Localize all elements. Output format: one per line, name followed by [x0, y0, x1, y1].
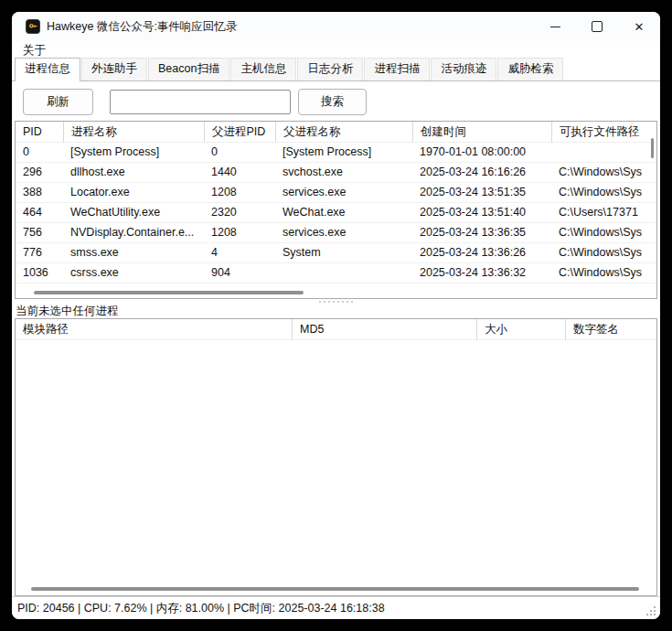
- cell-pname: WeChat.exe: [275, 203, 412, 222]
- cell-created: 2025-03-24 13:51:35: [412, 183, 551, 202]
- resize-grip[interactable]: [654, 614, 656, 615]
- tab-6[interactable]: 活动痕迹: [431, 58, 496, 80]
- tab-bar: 进程信息外连助手Beacon扫描主机信息日志分析进程扫描活动痕迹威胁检索: [12, 59, 660, 81]
- process-table: PID 进程名称 父进程PID 父进程名称 创建时间 可执行文件路径 0 [Sy…: [15, 121, 657, 299]
- menubar: 关于: [12, 41, 660, 59]
- tab-4[interactable]: 日志分析: [297, 58, 363, 80]
- window-title: Hawkeye 微信公众号:事件响应回忆录: [47, 12, 237, 41]
- tab-1[interactable]: 外连助手: [81, 58, 147, 80]
- close-icon: ✕: [635, 21, 645, 33]
- process-table-row[interactable]: 776 smss.exe 4 System 2025-03-24 13:36:2…: [16, 243, 656, 263]
- module-table-header: 模块路径 MD5 大小 数字签名: [16, 319, 656, 340]
- process-table-body: 0 [System Process] 0 [System Process] 19…: [16, 143, 656, 283]
- app-window: Hawkeye 微信公众号:事件响应回忆录 ✕ 关于 进程信息外连助手Beaco…: [12, 12, 660, 619]
- cell-ppid: 0: [204, 143, 275, 162]
- process-table-row[interactable]: 0 [System Process] 0 [System Process] 19…: [16, 143, 656, 163]
- module-table: 模块路径 MD5 大小 数字签名: [15, 318, 657, 596]
- cell-created: 1970-01-01 08:00:00: [412, 143, 551, 162]
- process-table-row[interactable]: 464 WeChatUtility.exe 2320 WeChat.exe 20…: [16, 203, 656, 223]
- column-header-pid[interactable]: PID: [16, 122, 63, 143]
- cell-ppid: 2320: [204, 203, 275, 222]
- cell-pid: 388: [16, 183, 63, 202]
- cell-pid: 756: [16, 223, 63, 242]
- cell-created: 2025-03-24 13:36:35: [412, 223, 551, 242]
- process-table-header: PID 进程名称 父进程PID 父进程名称 创建时间 可执行文件路径: [16, 122, 656, 143]
- column-header-pname[interactable]: 父进程名称: [275, 122, 412, 143]
- cell-pname: services.exe: [275, 223, 412, 242]
- column-header-signature[interactable]: 数字签名: [565, 319, 656, 340]
- cell-name: csrss.exe: [63, 263, 204, 283]
- cell-created: 2025-03-24 13:51:40: [412, 203, 551, 222]
- column-header-size[interactable]: 大小: [476, 319, 565, 340]
- status-text: PID: 20456 | CPU: 7.62% | 内存: 81.00% | P…: [17, 597, 385, 619]
- column-header-created[interactable]: 创建时间: [412, 122, 551, 143]
- cell-name: dllhost.exe: [63, 163, 204, 182]
- column-header-path[interactable]: 可执行文件路径: [551, 122, 656, 143]
- process-table-row[interactable]: 296 dllhost.exe 1440 svchost.exe 2025-03…: [16, 163, 656, 183]
- column-header-ppid[interactable]: 父进程PID: [204, 122, 275, 143]
- cell-pname: [275, 263, 412, 283]
- search-input[interactable]: [110, 90, 291, 114]
- hawkeye-app-icon: [26, 19, 40, 34]
- tab-7[interactable]: 威胁检索: [497, 58, 563, 80]
- cell-ppid: 1208: [204, 183, 275, 202]
- cell-pid: 296: [16, 163, 63, 182]
- window-controls: ✕: [534, 12, 660, 41]
- process-table-vertical-scrollbar[interactable]: [651, 138, 654, 158]
- cell-name: NVDisplay.Container.e...: [63, 223, 204, 242]
- tab-3[interactable]: 主机信息: [230, 58, 296, 80]
- minimize-icon: [550, 27, 560, 27]
- cell-pid: 776: [16, 243, 63, 262]
- cell-path: C:\Windows\Sys: [551, 243, 656, 262]
- tab-2[interactable]: Beacon扫描: [148, 58, 229, 80]
- cell-pname: svchost.exe: [275, 163, 412, 182]
- cell-name: WeChatUtility.exe: [63, 203, 204, 222]
- cell-created: 2025-03-24 13:36:26: [412, 243, 551, 262]
- minimize-button[interactable]: [534, 12, 576, 41]
- close-button[interactable]: ✕: [618, 12, 660, 41]
- column-header-name[interactable]: 进程名称: [63, 122, 204, 143]
- cell-path: C:\Windows\Sys: [551, 183, 656, 202]
- cell-path: C:\Users\17371: [551, 203, 656, 222]
- status-bar: PID: 20456 | CPU: 7.62% | 内存: 81.00% | P…: [12, 596, 660, 619]
- cell-name: [System Process]: [63, 143, 204, 162]
- cell-pid: 1036: [16, 263, 63, 283]
- cell-path: [551, 143, 656, 162]
- maximize-button[interactable]: [576, 12, 618, 41]
- cell-created: 2025-03-24 13:36:32: [412, 263, 551, 283]
- column-header-md5[interactable]: MD5: [292, 319, 476, 340]
- cell-name: smss.exe: [63, 243, 204, 262]
- cell-created: 2025-03-24 16:16:26: [412, 163, 551, 182]
- cell-ppid: 1440: [204, 163, 275, 182]
- cell-pid: 0: [16, 143, 63, 162]
- maximize-icon: [592, 21, 603, 32]
- process-table-row[interactable]: 756 NVDisplay.Container.e... 1208 servic…: [16, 223, 656, 243]
- cell-path: C:\Windows\Sys: [551, 223, 656, 242]
- cell-ppid: 904: [204, 263, 275, 283]
- cell-pname: System: [275, 243, 412, 262]
- titlebar[interactable]: Hawkeye 微信公众号:事件响应回忆录 ✕: [12, 12, 660, 41]
- cell-path: C:\Windows\Sys: [551, 163, 656, 182]
- cell-pid: 464: [16, 203, 63, 222]
- cell-pname: services.exe: [275, 183, 412, 202]
- tab-0[interactable]: 进程信息: [15, 58, 80, 81]
- process-table-row[interactable]: 388 Locator.exe 1208 services.exe 2025-0…: [16, 183, 656, 203]
- selection-status-label: 当前未选中任何进程: [16, 305, 119, 318]
- cell-name: Locator.exe: [63, 183, 204, 202]
- cell-path: C:\Windows\Sys: [551, 263, 656, 283]
- cell-ppid: 1208: [204, 223, 275, 242]
- search-button[interactable]: 搜索: [298, 89, 367, 115]
- cell-pname: [System Process]: [275, 143, 412, 162]
- column-header-module-path[interactable]: 模块路径: [16, 319, 292, 340]
- module-table-horizontal-scrollbar[interactable]: [31, 587, 639, 591]
- refresh-button[interactable]: 刷新: [23, 89, 93, 115]
- cell-ppid: 4: [204, 243, 275, 262]
- tab-5[interactable]: 进程扫描: [364, 58, 430, 80]
- process-table-row[interactable]: 1036 csrss.exe 904 2025-03-24 13:36:32 C…: [16, 263, 656, 283]
- process-table-horizontal-scrollbar[interactable]: [34, 291, 304, 294]
